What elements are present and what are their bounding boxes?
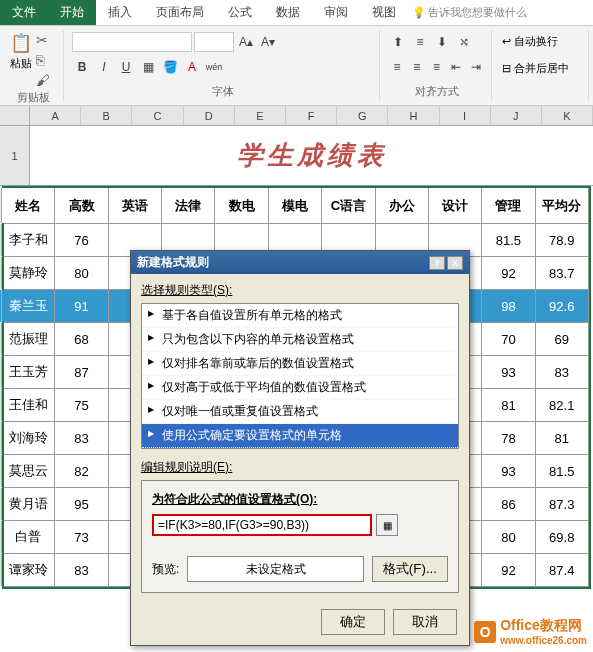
cell[interactable]: 83 [536, 356, 589, 388]
increase-font-icon[interactable]: A▴ [236, 32, 256, 52]
table-header[interactable]: 平均分 [536, 188, 589, 223]
dialog-close-button[interactable]: X [447, 256, 463, 270]
cell[interactable]: 83 [55, 554, 108, 586]
cell[interactable]: 78.9 [536, 224, 589, 256]
range-selector-button[interactable]: ▦ [376, 514, 398, 536]
bold-button[interactable]: B [72, 57, 92, 77]
align-top-icon[interactable]: ⬆ [388, 32, 408, 52]
cell[interactable]: 80 [55, 257, 108, 289]
fill-color-button[interactable]: 🪣 [160, 57, 180, 77]
indent-decrease-icon[interactable]: ⇤ [447, 57, 465, 77]
cell[interactable]: 83 [55, 422, 108, 454]
tab-formula[interactable]: 公式 [216, 0, 264, 25]
orientation-icon[interactable]: ⤭ [454, 32, 474, 52]
cell[interactable]: 92 [482, 257, 535, 289]
col-header[interactable]: J [491, 106, 542, 125]
rule-type-item[interactable]: 仅对排名靠前或靠后的数值设置格式 [142, 352, 458, 376]
copy-icon[interactable]: ⎘ [36, 52, 50, 68]
cell-name[interactable]: 刘海玲 [2, 422, 55, 454]
cell[interactable]: 92 [482, 554, 535, 586]
decrease-font-icon[interactable]: A▾ [258, 32, 278, 52]
cancel-button[interactable]: 取消 [393, 609, 457, 635]
cell[interactable]: 81 [536, 422, 589, 454]
table-header[interactable]: 模电 [269, 188, 322, 223]
align-center-icon[interactable]: ≡ [408, 57, 426, 77]
cell[interactable]: 69 [536, 323, 589, 355]
align-middle-icon[interactable]: ≡ [410, 32, 430, 52]
cell[interactable]: 81.5 [482, 224, 535, 256]
table-header[interactable]: 数电 [215, 188, 268, 223]
font-size-select[interactable] [194, 32, 234, 52]
indent-increase-icon[interactable]: ⇥ [467, 57, 485, 77]
tab-insert[interactable]: 插入 [96, 0, 144, 25]
cell[interactable]: 92.6 [536, 290, 589, 322]
cell[interactable]: 76 [55, 224, 108, 256]
tab-data[interactable]: 数据 [264, 0, 312, 25]
cut-icon[interactable]: ✂ [36, 32, 50, 48]
cell-name[interactable]: 黄月语 [2, 488, 55, 520]
table-header[interactable]: 姓名 [2, 188, 55, 223]
rule-type-item[interactable]: 仅对唯一值或重复值设置格式 [142, 400, 458, 424]
cell[interactable]: 87.3 [536, 488, 589, 520]
cell[interactable]: 68 [55, 323, 108, 355]
tab-home[interactable]: 开始 [48, 0, 96, 25]
ok-button[interactable]: 确定 [321, 609, 385, 635]
format-painter-icon[interactable]: 🖌 [36, 72, 50, 88]
cell[interactable]: 80 [482, 521, 535, 553]
col-header[interactable]: H [388, 106, 439, 125]
cell[interactable]: 69.8 [536, 521, 589, 553]
tab-view[interactable]: 视图 [360, 0, 408, 25]
cell-name[interactable]: 秦兰玉 [2, 290, 55, 322]
cell[interactable]: 83.7 [536, 257, 589, 289]
table-header[interactable]: 办公 [376, 188, 429, 223]
paste-button[interactable]: 📋 粘贴 [10, 32, 32, 88]
col-header[interactable]: F [286, 106, 337, 125]
cell[interactable]: 82.1 [536, 389, 589, 421]
cell[interactable]: 75 [55, 389, 108, 421]
table-header[interactable]: 高数 [55, 188, 108, 223]
font-color-button[interactable]: A [182, 57, 202, 77]
rule-type-list[interactable]: 基于各自值设置所有单元格的格式 只为包含以下内容的单元格设置格式 仅对排名靠前或… [141, 303, 459, 449]
underline-button[interactable]: U [116, 57, 136, 77]
formula-input[interactable] [152, 514, 372, 536]
col-header[interactable]: K [542, 106, 593, 125]
cell-name[interactable]: 莫思云 [2, 455, 55, 487]
cell[interactable]: 87 [55, 356, 108, 388]
rule-type-item[interactable]: 基于各自值设置所有单元格的格式 [142, 304, 458, 328]
table-header[interactable]: C语言 [322, 188, 375, 223]
select-all-corner[interactable] [0, 106, 30, 125]
cell-name[interactable]: 王玉芳 [2, 356, 55, 388]
col-header[interactable]: A [30, 106, 81, 125]
rule-type-item[interactable]: 仅对高于或低于平均值的数值设置格式 [142, 376, 458, 400]
cell-name[interactable]: 王佳和 [2, 389, 55, 421]
dialog-help-button[interactable]: ? [429, 256, 445, 270]
row-header[interactable]: 1 [0, 126, 30, 185]
rule-type-item-selected[interactable]: 使用公式确定要设置格式的单元格 [142, 424, 458, 448]
align-bottom-icon[interactable]: ⬇ [432, 32, 452, 52]
cell[interactable]: 98 [482, 290, 535, 322]
align-right-icon[interactable]: ≡ [428, 57, 446, 77]
col-header[interactable]: B [81, 106, 132, 125]
cell[interactable]: 70 [482, 323, 535, 355]
font-family-select[interactable] [72, 32, 192, 52]
col-header[interactable]: C [132, 106, 183, 125]
format-button[interactable]: 格式(F)... [372, 556, 448, 582]
cell[interactable]: 87.4 [536, 554, 589, 586]
merge-center-button[interactable]: ⊟ 合并后居中 [500, 59, 582, 78]
cell[interactable]: 86 [482, 488, 535, 520]
cell-name[interactable]: 白普 [2, 521, 55, 553]
cell[interactable]: 91 [55, 290, 108, 322]
cell[interactable]: 73 [55, 521, 108, 553]
col-header[interactable]: D [184, 106, 235, 125]
table-header[interactable]: 管理 [482, 188, 535, 223]
rule-type-item[interactable]: 只为包含以下内容的单元格设置格式 [142, 328, 458, 352]
cell-name[interactable]: 莫静玲 [2, 257, 55, 289]
cell[interactable]: 78 [482, 422, 535, 454]
tab-file[interactable]: 文件 [0, 0, 48, 25]
cell[interactable]: 93 [482, 455, 535, 487]
col-header[interactable]: I [440, 106, 491, 125]
cell[interactable]: 93 [482, 356, 535, 388]
table-header[interactable]: 英语 [109, 188, 162, 223]
cell[interactable]: 81 [482, 389, 535, 421]
italic-button[interactable]: I [94, 57, 114, 77]
